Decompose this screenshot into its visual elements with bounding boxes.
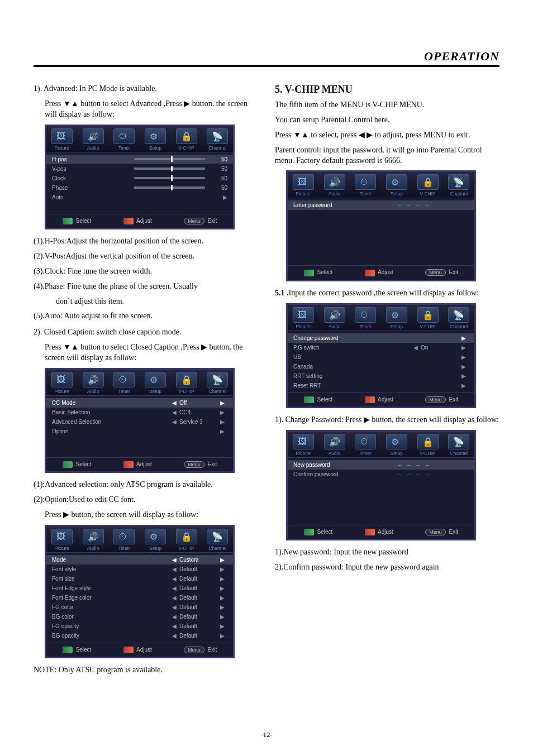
menu-tab-channel[interactable]: 📡Channel — [202, 527, 233, 552]
menu-row[interactable]: Clock50 — [46, 174, 233, 183]
slider-thumb[interactable] — [171, 175, 173, 181]
menu-tab-v-chip[interactable]: 🔒V-CHIP — [412, 305, 444, 331]
menu-row[interactable]: FG color◀Default▶ — [46, 602, 233, 612]
menu-tab-timer[interactable]: ⏲Timer — [350, 172, 381, 198]
menu-tab-setup[interactable]: ⚙Setup — [381, 172, 412, 198]
menu-row[interactable]: Canada▶ — [288, 362, 474, 371]
menu-row[interactable]: BG opacity◀Default▶ — [46, 631, 233, 640]
newpw-note-2: 2).Confirm password: Input the new passw… — [275, 562, 499, 573]
menu-tab-audio[interactable]: 🔊Audio — [78, 527, 109, 552]
menu-tab-audio[interactable]: 🔊Audio — [319, 432, 350, 457]
adv-note-3: (3).Clock: Fine tune the screen width. — [34, 266, 258, 277]
menu-tab-setup[interactable]: ⚙Setup — [381, 305, 412, 331]
menu-tab-picture[interactable]: 🖼Picture — [46, 126, 78, 152]
menu-row[interactable]: Basic Selection◀CC4▶ — [46, 408, 233, 417]
menu-row[interactable]: Enter password– – – – — [288, 200, 474, 210]
menu-row[interactable]: Reset RRT▶ — [288, 381, 474, 390]
menu-row[interactable]: Advanced Selection◀Service 3▶ — [46, 417, 233, 427]
menu-row[interactable]: Mode◀Custom▶ — [46, 555, 233, 564]
audio-icon: 🔊 — [83, 529, 104, 544]
menu-row-label: Enter password — [293, 202, 383, 208]
slider-track[interactable] — [134, 158, 205, 160]
slider-thumb[interactable] — [171, 185, 173, 190]
menu-row[interactable]: RRT setting▶ — [288, 371, 474, 381]
menu-tab-setup[interactable]: ⚙Setup — [140, 527, 171, 552]
menu-tab-channel[interactable]: 📡Channel — [443, 172, 474, 198]
menu-row[interactable]: Font size◀Default▶ — [46, 574, 233, 583]
menu-tab-audio[interactable]: 🔊Audio — [319, 305, 350, 331]
nav-leftright-icon — [123, 218, 134, 224]
chevron-left-icon: ◀ — [169, 419, 179, 425]
menu-tab-channel[interactable]: 📡Channel — [443, 432, 474, 457]
menu-tabs: 🖼Picture🔊Audio⏲Timer⚙Setup🔒V-CHIP📡Channe… — [46, 126, 233, 152]
menu-row[interactable]: FG opacity◀Default▶ — [46, 621, 233, 631]
channel-icon: 📡 — [448, 307, 469, 323]
menu-row[interactable]: BG color◀Default▶ — [46, 612, 233, 621]
menu-row[interactable]: Confirm password– – – – — [288, 470, 474, 479]
advanced-menu: 🖼Picture🔊Audio⏲Timer⚙Setup🔒V-CHIP📡Channe… — [45, 125, 235, 229]
menu-tab-v-chip[interactable]: 🔒V-CHIP — [171, 370, 202, 395]
menu-tab-label: Timer — [108, 546, 140, 551]
menu-tab-timer[interactable]: ⏲Timer — [108, 527, 140, 552]
menu-row-label: Font size — [52, 576, 169, 582]
menu-row[interactable]: Font Edge style◀Default▶ — [46, 583, 233, 593]
channel-icon: 📡 — [207, 372, 228, 387]
footer-hint: Menu Exit — [425, 396, 458, 403]
menu-tab-label: Audio — [319, 324, 350, 329]
menu-row-value: 50 — [211, 166, 227, 172]
menu-tab-picture[interactable]: 🖼Picture — [288, 305, 319, 331]
menu-tab-v-chip[interactable]: 🔒V-CHIP — [171, 126, 202, 152]
menu-row[interactable]: V-pos50 — [46, 164, 233, 174]
menu-row[interactable]: New password– – – – — [288, 460, 474, 470]
menu-tab-timer[interactable]: ⏲Timer — [350, 305, 381, 331]
slider-thumb[interactable] — [171, 166, 173, 171]
adv-note-4b: don`t adjust this item. — [34, 296, 258, 307]
v-chip-icon: 🔒 — [176, 529, 197, 544]
menu-tab-picture[interactable]: 🖼Picture — [46, 527, 78, 552]
password-dashes: – – – – — [383, 471, 446, 477]
menu-tab-audio[interactable]: 🔊Audio — [78, 126, 109, 152]
menu-row-label: V-pos — [52, 166, 129, 172]
menu-tab-channel[interactable]: 📡Channel — [202, 126, 233, 152]
menu-row[interactable]: Change password▶ — [288, 333, 474, 343]
menu-tab-picture[interactable]: 🖼Picture — [46, 370, 78, 395]
menu-row[interactable]: CC Mode◀Off▶ — [46, 398, 233, 408]
menu-row-label: BG color — [52, 614, 169, 620]
menu-tab-picture[interactable]: 🖼Picture — [288, 172, 319, 198]
menu-row[interactable]: Phase50 — [46, 183, 233, 193]
menu-row[interactable]: Font style◀Default▶ — [46, 564, 233, 574]
menu-row[interactable]: P.G switch◀On▶ — [288, 343, 474, 352]
menu-row[interactable]: Auto▶ — [46, 193, 233, 202]
menu-tab-timer[interactable]: ⏲Timer — [108, 370, 140, 395]
slider-track[interactable] — [134, 168, 205, 170]
menu-row[interactable]: US▶ — [288, 352, 474, 362]
menu-tab-audio[interactable]: 🔊Audio — [78, 370, 109, 395]
menu-row[interactable]: H-pos50 — [46, 155, 233, 164]
menu-tab-label: Channel — [443, 451, 474, 456]
menu-tab-timer[interactable]: ⏲Timer — [350, 432, 381, 457]
menu-tab-setup[interactable]: ⚙Setup — [140, 370, 171, 395]
adv-note-4: (4).Phase: Fine tune the phase of the sc… — [34, 281, 258, 292]
slider-track[interactable] — [134, 177, 205, 179]
menu-row[interactable]: Font Edge color◀Default▶ — [46, 593, 233, 602]
menu-row-value: Default — [179, 585, 217, 591]
menu-tab-picture[interactable]: 🖼Picture — [288, 432, 319, 457]
menu-tab-timer[interactable]: ⏲Timer — [108, 126, 140, 152]
picture-icon: 🖼 — [51, 372, 73, 387]
menu-row-label: FG opacity — [52, 623, 169, 629]
menu-tab-v-chip[interactable]: 🔒V-CHIP — [412, 172, 444, 198]
slider-track[interactable] — [134, 186, 205, 189]
footer-hint: Menu Exit — [425, 529, 458, 535]
menu-tab-label: Picture — [46, 145, 78, 151]
menu-row[interactable]: Option▶ — [46, 427, 233, 436]
menu-tab-v-chip[interactable]: 🔒V-CHIP — [412, 432, 444, 457]
menu-tab-setup[interactable]: ⚙Setup — [381, 432, 412, 457]
slider-thumb[interactable] — [171, 156, 173, 162]
menu-tab-channel[interactable]: 📡Channel — [443, 305, 474, 331]
menu-tab-v-chip[interactable]: 🔒V-CHIP — [171, 527, 202, 552]
menu-tab-setup[interactable]: ⚙Setup — [140, 126, 171, 152]
timer-icon: ⏲ — [355, 434, 376, 449]
chevron-left-icon: ◀ — [411, 344, 421, 351]
menu-tab-channel[interactable]: 📡Channel — [202, 370, 233, 395]
menu-tab-audio[interactable]: 🔊Audio — [319, 172, 350, 198]
